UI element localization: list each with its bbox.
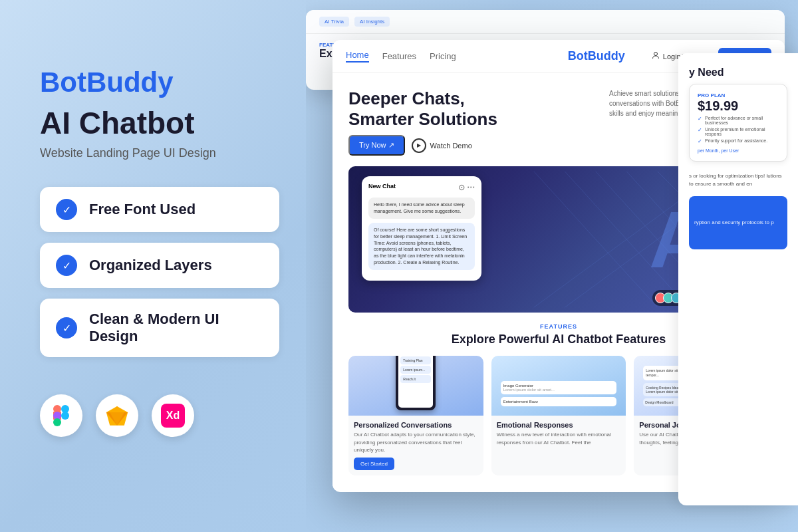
feature-emotional-img: Image GeneratorLorem ipsum dolor sit ame… — [491, 356, 626, 416]
nav-home[interactable]: Home — [346, 50, 369, 63]
feature-emotional-title: Emotional Responses — [497, 421, 621, 429]
check-icon-3: ✓ — [698, 138, 702, 144]
feature-personalized-desc: Our AI Chatbot adapts to your communicat… — [354, 431, 478, 454]
watch-demo-button[interactable]: ▶ Watch Demo — [412, 138, 472, 153]
feature-card-clean-modern: ✓ Clean & Modern UI Design — [40, 299, 279, 357]
feature-personalized: AI Chat Training Plan Lorem ipsum... Rea… — [348, 356, 483, 475]
right-cards-panel: y Need PRO PLAN $19.99 ✓ Perfect for adv… — [678, 53, 798, 505]
product-subtitle: Website Landing Page UI Design — [40, 146, 279, 160]
right-section-title: y Need — [689, 66, 787, 78]
get-started-link[interactable]: Get Started — [354, 458, 394, 470]
feature-card-free-font: ✓ Free Font Used — [40, 187, 279, 232]
plan-feature-3: ✓ Priority support for assistance. — [698, 138, 779, 144]
check-icon-1: ✓ — [698, 116, 702, 122]
mini-card-2: Lorem ipsum... — [400, 366, 431, 374]
check-icon-organized-layers: ✓ — [56, 255, 77, 276]
feature-label-organized-layers: Organized Layers — [89, 257, 212, 274]
feature-personalized-title: Personalized Conversations — [354, 421, 478, 429]
nav-brand: BotBuddy — [568, 49, 625, 63]
nav-links: Home Features Pricing — [346, 50, 456, 63]
hero-title: Deeper Chats,Smarter Solutions — [348, 88, 596, 130]
mini-phone-screen: AI Chat Training Plan Lorem ipsum... Rea… — [398, 356, 433, 408]
plan-feature-1: ✓ Perfect for advance or small businesse… — [698, 116, 779, 125]
svg-point-11 — [654, 53, 657, 56]
mini-card-3: Reach.It — [400, 375, 431, 383]
tool-icons: Xd — [40, 394, 279, 437]
svg-line-12 — [534, 172, 658, 307]
chat-message-user: Hello there, I need some advice about sl… — [368, 198, 475, 219]
plan-price: $19.99 — [698, 98, 779, 114]
chat-icons: ⊙ ⋯ — [458, 183, 475, 192]
nav-features[interactable]: Features — [382, 51, 416, 61]
chat-mockup: New Chat ⊙ ⋯ Hello there, I need some ad… — [362, 176, 481, 280]
ai-trivia-tab[interactable]: AI Trivia — [319, 17, 349, 27]
emotional-card-1: Image GeneratorLorem ipsum dolor sit ame… — [501, 381, 617, 394]
svg-rect-4 — [53, 418, 61, 426]
left-panel: BotBuddy AI Chatbot Website Landing Page… — [0, 0, 319, 532]
sketch-icon — [96, 394, 138, 437]
plan-feature-text-1: Perfect for advance or small businesses — [705, 116, 779, 125]
feature-personalized-img: AI Chat Training Plan Lorem ipsum... Rea… — [348, 356, 483, 416]
feature-emotional-desc: Witness a new level of interaction with … — [497, 431, 621, 446]
feature-card-organized-layers: ✓ Organized Layers — [40, 243, 279, 288]
feature-emotional: Image GeneratorLorem ipsum dolor sit ame… — [491, 356, 626, 475]
feature-emotional-content: Emotional Responses Witness a new level … — [491, 416, 626, 451]
watch-demo-label: Watch Demo — [430, 142, 472, 150]
play-icon: ▶ — [412, 138, 426, 153]
check-icon-clean-modern: ✓ — [56, 317, 77, 338]
right-cta-banner[interactable]: ryption and security protocols to p — [689, 196, 787, 249]
try-now-button[interactable]: Try Now ↗ — [348, 135, 405, 156]
per-month-label: per Month, per User — [698, 148, 779, 153]
hero-left: Deeper Chats,Smarter Solutions Try Now ↗… — [348, 88, 596, 156]
feature-label-clean-modern: Clean & Modern UI Design — [89, 311, 263, 345]
plan-label: PRO PLAN — [698, 92, 779, 98]
product-title: AI Chatbot — [40, 105, 279, 141]
pricing-card: PRO PLAN $19.99 ✓ Perfect for advance or… — [689, 84, 787, 162]
chat-message-bot: Of course! Here are some short suggestio… — [368, 223, 475, 270]
feature-label-free-font: Free Font Used — [89, 201, 196, 218]
chat-header: New Chat ⊙ ⋯ — [368, 183, 475, 192]
right-cta-text: ryption and security protocols to p — [694, 219, 774, 227]
svg-point-5 — [61, 412, 69, 420]
plan-feature-text-2: Unlock premium fe emotional respons — [705, 127, 779, 136]
nav-pricing[interactable]: Pricing — [430, 51, 456, 61]
emotional-card-2: Entertainment Buzz — [501, 397, 617, 406]
xd-icon: Xd — [152, 394, 194, 437]
ai-insights-tab[interactable]: AI Insights — [354, 17, 390, 27]
feature-personalized-content: Personalized Conversations Our AI Chatbo… — [348, 416, 483, 475]
right-description: s or looking for optimization tips! luti… — [689, 172, 787, 188]
plan-feature-2: ✓ Unlock premium fe emotional respons — [698, 127, 779, 136]
back-nav: AI Trivia AI Insights — [306, 10, 785, 34]
plan-feature-text-3: Priority support for assistance. — [705, 138, 767, 143]
mini-card-1: Training Plan — [400, 356, 431, 364]
brand-name: BotBuddy — [40, 66, 279, 98]
chat-title: New Chat — [368, 183, 396, 192]
mini-phone-mockup: AI Chat Training Plan Lorem ipsum... Rea… — [396, 356, 436, 410]
figma-icon — [40, 394, 82, 437]
right-panel: AI Trivia AI Insights FEATURES Explore P… — [306, 0, 798, 532]
hero-buttons: Try Now ↗ ▶ Watch Demo — [348, 135, 596, 156]
check-icon-2: ✓ — [698, 127, 702, 133]
check-icon-free-font: ✓ — [56, 199, 77, 220]
back-tab-group: AI Trivia AI Insights — [319, 17, 390, 27]
xd-label: Xd — [161, 404, 185, 428]
